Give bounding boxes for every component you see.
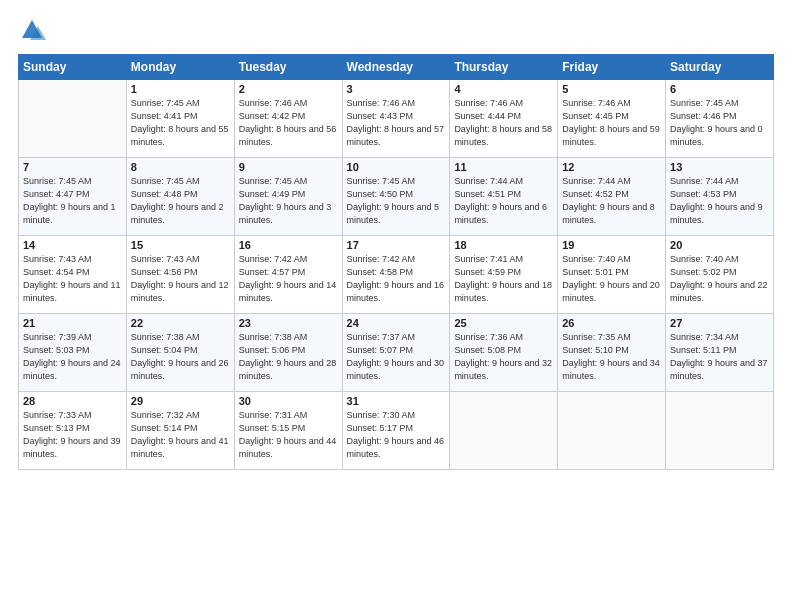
day-info: Sunrise: 7:43 AM Sunset: 4:56 PM Dayligh… xyxy=(131,253,230,305)
day-cell: 26Sunrise: 7:35 AM Sunset: 5:10 PM Dayli… xyxy=(558,314,666,392)
weekday-friday: Friday xyxy=(558,55,666,80)
day-cell xyxy=(19,80,127,158)
day-number: 24 xyxy=(347,317,446,329)
day-info: Sunrise: 7:36 AM Sunset: 5:08 PM Dayligh… xyxy=(454,331,553,383)
day-cell: 11Sunrise: 7:44 AM Sunset: 4:51 PM Dayli… xyxy=(450,158,558,236)
day-info: Sunrise: 7:44 AM Sunset: 4:52 PM Dayligh… xyxy=(562,175,661,227)
day-cell: 24Sunrise: 7:37 AM Sunset: 5:07 PM Dayli… xyxy=(342,314,450,392)
day-number: 19 xyxy=(562,239,661,251)
day-cell: 6Sunrise: 7:45 AM Sunset: 4:46 PM Daylig… xyxy=(666,80,774,158)
day-cell xyxy=(558,392,666,470)
day-cell: 5Sunrise: 7:46 AM Sunset: 4:45 PM Daylig… xyxy=(558,80,666,158)
day-number: 18 xyxy=(454,239,553,251)
day-cell: 21Sunrise: 7:39 AM Sunset: 5:03 PM Dayli… xyxy=(19,314,127,392)
day-cell: 31Sunrise: 7:30 AM Sunset: 5:17 PM Dayli… xyxy=(342,392,450,470)
weekday-tuesday: Tuesday xyxy=(234,55,342,80)
day-number: 2 xyxy=(239,83,338,95)
day-cell: 29Sunrise: 7:32 AM Sunset: 5:14 PM Dayli… xyxy=(126,392,234,470)
day-cell xyxy=(666,392,774,470)
day-number: 21 xyxy=(23,317,122,329)
week-row-0: 1Sunrise: 7:45 AM Sunset: 4:41 PM Daylig… xyxy=(19,80,774,158)
day-info: Sunrise: 7:45 AM Sunset: 4:41 PM Dayligh… xyxy=(131,97,230,149)
day-cell xyxy=(450,392,558,470)
day-number: 4 xyxy=(454,83,553,95)
day-cell: 25Sunrise: 7:36 AM Sunset: 5:08 PM Dayli… xyxy=(450,314,558,392)
day-number: 16 xyxy=(239,239,338,251)
day-cell: 2Sunrise: 7:46 AM Sunset: 4:42 PM Daylig… xyxy=(234,80,342,158)
day-number: 13 xyxy=(670,161,769,173)
day-number: 12 xyxy=(562,161,661,173)
day-cell: 8Sunrise: 7:45 AM Sunset: 4:48 PM Daylig… xyxy=(126,158,234,236)
day-cell: 15Sunrise: 7:43 AM Sunset: 4:56 PM Dayli… xyxy=(126,236,234,314)
day-number: 31 xyxy=(347,395,446,407)
day-info: Sunrise: 7:44 AM Sunset: 4:53 PM Dayligh… xyxy=(670,175,769,227)
day-info: Sunrise: 7:31 AM Sunset: 5:15 PM Dayligh… xyxy=(239,409,338,461)
day-info: Sunrise: 7:46 AM Sunset: 4:45 PM Dayligh… xyxy=(562,97,661,149)
day-info: Sunrise: 7:46 AM Sunset: 4:44 PM Dayligh… xyxy=(454,97,553,149)
day-cell: 16Sunrise: 7:42 AM Sunset: 4:57 PM Dayli… xyxy=(234,236,342,314)
day-cell: 7Sunrise: 7:45 AM Sunset: 4:47 PM Daylig… xyxy=(19,158,127,236)
day-info: Sunrise: 7:45 AM Sunset: 4:48 PM Dayligh… xyxy=(131,175,230,227)
day-info: Sunrise: 7:45 AM Sunset: 4:47 PM Dayligh… xyxy=(23,175,122,227)
day-cell: 28Sunrise: 7:33 AM Sunset: 5:13 PM Dayli… xyxy=(19,392,127,470)
day-info: Sunrise: 7:42 AM Sunset: 4:58 PM Dayligh… xyxy=(347,253,446,305)
day-cell: 30Sunrise: 7:31 AM Sunset: 5:15 PM Dayli… xyxy=(234,392,342,470)
page-header xyxy=(18,16,774,44)
day-info: Sunrise: 7:41 AM Sunset: 4:59 PM Dayligh… xyxy=(454,253,553,305)
day-cell: 19Sunrise: 7:40 AM Sunset: 5:01 PM Dayli… xyxy=(558,236,666,314)
day-info: Sunrise: 7:46 AM Sunset: 4:43 PM Dayligh… xyxy=(347,97,446,149)
week-row-3: 21Sunrise: 7:39 AM Sunset: 5:03 PM Dayli… xyxy=(19,314,774,392)
day-number: 15 xyxy=(131,239,230,251)
weekday-wednesday: Wednesday xyxy=(342,55,450,80)
day-info: Sunrise: 7:46 AM Sunset: 4:42 PM Dayligh… xyxy=(239,97,338,149)
logo-icon xyxy=(18,16,46,44)
day-info: Sunrise: 7:45 AM Sunset: 4:46 PM Dayligh… xyxy=(670,97,769,149)
day-info: Sunrise: 7:45 AM Sunset: 4:49 PM Dayligh… xyxy=(239,175,338,227)
day-cell: 12Sunrise: 7:44 AM Sunset: 4:52 PM Dayli… xyxy=(558,158,666,236)
week-row-1: 7Sunrise: 7:45 AM Sunset: 4:47 PM Daylig… xyxy=(19,158,774,236)
day-info: Sunrise: 7:39 AM Sunset: 5:03 PM Dayligh… xyxy=(23,331,122,383)
day-number: 29 xyxy=(131,395,230,407)
day-number: 22 xyxy=(131,317,230,329)
day-number: 10 xyxy=(347,161,446,173)
calendar-table: SundayMondayTuesdayWednesdayThursdayFrid… xyxy=(18,54,774,470)
weekday-monday: Monday xyxy=(126,55,234,80)
weekday-saturday: Saturday xyxy=(666,55,774,80)
day-number: 26 xyxy=(562,317,661,329)
day-info: Sunrise: 7:43 AM Sunset: 4:54 PM Dayligh… xyxy=(23,253,122,305)
day-number: 6 xyxy=(670,83,769,95)
day-info: Sunrise: 7:38 AM Sunset: 5:06 PM Dayligh… xyxy=(239,331,338,383)
day-cell: 13Sunrise: 7:44 AM Sunset: 4:53 PM Dayli… xyxy=(666,158,774,236)
day-number: 28 xyxy=(23,395,122,407)
day-info: Sunrise: 7:35 AM Sunset: 5:10 PM Dayligh… xyxy=(562,331,661,383)
day-cell: 27Sunrise: 7:34 AM Sunset: 5:11 PM Dayli… xyxy=(666,314,774,392)
day-cell: 9Sunrise: 7:45 AM Sunset: 4:49 PM Daylig… xyxy=(234,158,342,236)
weekday-header-row: SundayMondayTuesdayWednesdayThursdayFrid… xyxy=(19,55,774,80)
day-number: 17 xyxy=(347,239,446,251)
day-number: 11 xyxy=(454,161,553,173)
day-number: 3 xyxy=(347,83,446,95)
day-info: Sunrise: 7:33 AM Sunset: 5:13 PM Dayligh… xyxy=(23,409,122,461)
day-number: 30 xyxy=(239,395,338,407)
day-info: Sunrise: 7:37 AM Sunset: 5:07 PM Dayligh… xyxy=(347,331,446,383)
day-info: Sunrise: 7:34 AM Sunset: 5:11 PM Dayligh… xyxy=(670,331,769,383)
weekday-sunday: Sunday xyxy=(19,55,127,80)
day-cell: 1Sunrise: 7:45 AM Sunset: 4:41 PM Daylig… xyxy=(126,80,234,158)
day-info: Sunrise: 7:42 AM Sunset: 4:57 PM Dayligh… xyxy=(239,253,338,305)
day-number: 20 xyxy=(670,239,769,251)
day-cell: 20Sunrise: 7:40 AM Sunset: 5:02 PM Dayli… xyxy=(666,236,774,314)
day-number: 23 xyxy=(239,317,338,329)
day-info: Sunrise: 7:40 AM Sunset: 5:02 PM Dayligh… xyxy=(670,253,769,305)
day-cell: 18Sunrise: 7:41 AM Sunset: 4:59 PM Dayli… xyxy=(450,236,558,314)
day-number: 25 xyxy=(454,317,553,329)
day-number: 1 xyxy=(131,83,230,95)
week-row-4: 28Sunrise: 7:33 AM Sunset: 5:13 PM Dayli… xyxy=(19,392,774,470)
day-cell: 4Sunrise: 7:46 AM Sunset: 4:44 PM Daylig… xyxy=(450,80,558,158)
day-info: Sunrise: 7:45 AM Sunset: 4:50 PM Dayligh… xyxy=(347,175,446,227)
day-number: 27 xyxy=(670,317,769,329)
day-info: Sunrise: 7:38 AM Sunset: 5:04 PM Dayligh… xyxy=(131,331,230,383)
day-cell: 23Sunrise: 7:38 AM Sunset: 5:06 PM Dayli… xyxy=(234,314,342,392)
day-info: Sunrise: 7:44 AM Sunset: 4:51 PM Dayligh… xyxy=(454,175,553,227)
day-number: 14 xyxy=(23,239,122,251)
day-info: Sunrise: 7:30 AM Sunset: 5:17 PM Dayligh… xyxy=(347,409,446,461)
